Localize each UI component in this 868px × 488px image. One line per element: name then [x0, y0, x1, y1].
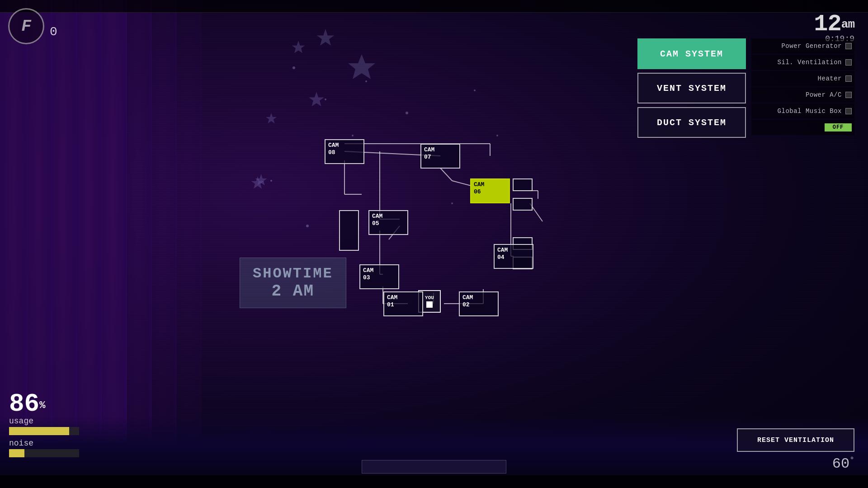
sys-off-bar: OFF	[825, 123, 852, 131]
sys-off-row: OFF	[751, 120, 854, 135]
sys-power-ac-indicator	[845, 92, 852, 98]
systems-panel: Power Generator Sil. Ventilation Heater …	[751, 38, 854, 135]
svg-point-10	[406, 112, 408, 114]
freddy-letter: F	[21, 17, 31, 36]
you-dot	[426, 301, 433, 308]
noise-bar	[9, 449, 79, 457]
bottom-bar	[0, 475, 868, 488]
noise-bar-fill	[9, 449, 24, 457]
sys-global-music-box-indicator	[845, 108, 852, 114]
svg-point-9	[365, 80, 367, 82]
usage-symbol: %	[39, 400, 45, 411]
sys-power-ac[interactable]: Power A/C	[751, 87, 854, 103]
sys-power-generator-label: Power Generator	[781, 42, 842, 50]
usage-label: usage	[9, 417, 79, 426]
score-display: 0	[50, 25, 57, 39]
svg-point-7	[292, 66, 295, 69]
cam-node-extra-left[interactable]	[339, 210, 359, 251]
svg-point-12	[474, 89, 476, 91]
bottom-right-angle: 60°	[832, 455, 854, 472]
cam-system-button[interactable]: CAM SYSTEM	[637, 38, 746, 69]
degree-symbol: °	[849, 455, 854, 465]
cam-node-04[interactable]: CAM04	[494, 244, 533, 269]
you-label: YOU	[425, 295, 434, 301]
svg-point-14	[270, 180, 272, 182]
vent-system-button[interactable]: VENT SYSTEM	[637, 73, 746, 103]
sys-global-music-box-label: Global Music Box	[778, 108, 842, 115]
angle-value: 60	[832, 455, 849, 472]
sys-power-generator-indicator	[845, 43, 852, 49]
noise-label: noise	[9, 439, 79, 448]
time-hour: 12	[814, 11, 841, 38]
svg-marker-1	[309, 92, 324, 106]
cam-node-01[interactable]: CAM01	[383, 291, 423, 316]
sys-heater[interactable]: Heater	[751, 71, 854, 86]
cam-node-extra-2[interactable]	[513, 198, 533, 211]
cam-node-06[interactable]: CAM06	[470, 178, 510, 203]
cam-node-05[interactable]: CAM05	[368, 210, 408, 235]
svg-marker-4	[292, 41, 305, 53]
camera-map: CAM08 CAM07 CAM06 CAM05 CAM04 CAM03 YOU …	[289, 131, 552, 321]
sys-sil-ventilation-label: Sil. Ventilation	[778, 59, 842, 66]
reset-ventilation-button[interactable]: RESET VENTILATION	[737, 428, 854, 452]
control-buttons-panel: CAM SYSTEM VENT SYSTEM DUCT SYSTEM	[637, 38, 746, 138]
cam-node-extra-1[interactable]	[513, 178, 533, 191]
cam-node-07[interactable]: CAM07	[420, 144, 460, 169]
sys-sil-ventilation-indicator	[845, 59, 852, 66]
usage-percentage-display: 86%	[9, 391, 79, 417]
time-suffix: am	[841, 18, 854, 31]
svg-marker-0	[348, 54, 375, 79]
sys-sil-ventilation[interactable]: Sil. Ventilation	[751, 55, 854, 70]
cam-node-08[interactable]: CAM08	[325, 139, 364, 164]
sys-heater-indicator	[845, 75, 852, 82]
svg-marker-3	[266, 113, 277, 123]
usage-bar	[9, 427, 79, 435]
svg-marker-2	[317, 29, 334, 46]
sys-power-generator[interactable]: Power Generator	[751, 38, 854, 54]
svg-point-8	[325, 99, 326, 100]
usage-bar-fill	[9, 427, 69, 435]
cam-node-02[interactable]: CAM02	[459, 291, 499, 316]
usage-percentage: 86	[9, 389, 39, 418]
sys-heater-label: Heater	[818, 75, 842, 82]
sys-power-ac-label: Power A/C	[806, 91, 842, 99]
cam-node-03[interactable]: CAM03	[359, 264, 399, 289]
sys-off-label: OFF	[833, 124, 844, 131]
duct-system-button[interactable]: DUCT SYSTEM	[637, 107, 746, 138]
top-bar	[0, 0, 868, 13]
sys-global-music-box[interactable]: Global Music Box	[751, 103, 854, 119]
freddy-icon: F	[8, 8, 44, 44]
time-hour-display: 12am	[814, 13, 854, 36]
bottom-center-bar	[362, 460, 506, 474]
meters-panel: 86% usage noise	[9, 391, 79, 461]
